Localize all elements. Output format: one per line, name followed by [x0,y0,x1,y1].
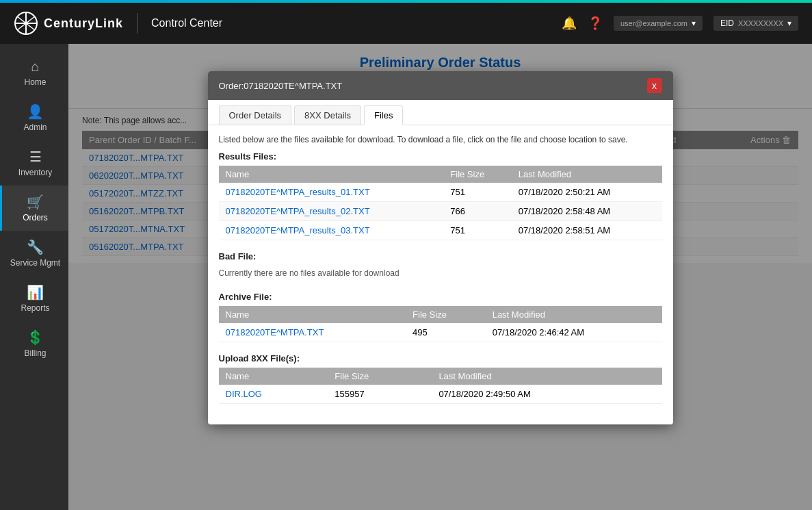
results-file-link-2[interactable]: 07182020TE^MTPA_results_02.TXT [226,206,370,216]
upload-col-name: Name [219,368,328,385]
upload-file-name: DIR.LOG [219,385,328,404]
results-files-table: Name File Size Last Modified 07182020TE^… [219,166,662,240]
tab-files[interactable]: Files [364,105,403,125]
results-file-size: 751 [443,183,511,202]
archive-file-size: 495 [406,323,486,342]
notifications-button[interactable]: 🔔 [562,16,577,31]
upload-col-modified: Last Modified [432,368,662,385]
results-file-name: 07182020TE^MTPA_results_01.TXT [219,183,444,202]
sidebar: ⌂ Home 👤 Admin ☰ Inventory 🛒 Orders 🔧 Se… [0,44,68,510]
billing-icon: 💲 [27,329,44,346]
results-file-link-1[interactable]: 07182020TE^MTPA_results_01.TXT [226,187,370,197]
top-nav: CenturyLink Control Center 🔔 ❓ user@exam… [0,3,812,44]
results-col-modified: Last Modified [512,166,662,183]
centurylink-logo-icon [14,11,38,36]
sidebar-item-reports[interactable]: 📊 Reports [0,276,68,321]
upload-file-title: Upload 8XX File(s): [219,353,662,364]
eid-dropdown[interactable]: EID XXXXXXXXX ▾ [713,16,798,31]
sidebar-item-billing[interactable]: 💲 Billing [0,321,68,366]
modal-dialog: Order:07182020TE^MTPA.TXT x Order Detail… [208,71,673,424]
sidebar-label-reports: Reports [21,303,49,313]
sidebar-item-admin[interactable]: 👤 Admin [0,95,68,140]
sidebar-label-home: Home [24,77,46,87]
modal-tabs: Order Details 8XX Details Files [208,100,673,125]
modal-title: Order:07182020TE^MTPA.TXT [219,81,343,91]
bad-file-text: Currently there are no files available f… [219,266,662,281]
results-files-title: Results Files: [219,151,662,162]
modal-close-button[interactable]: x [647,78,662,93]
bad-file-title: Bad File: [219,251,662,262]
upload-file-row: DIR.LOG 155957 07/18/2020 2:49:50 AM [219,385,662,404]
archive-file-row: 07182020TE^MTPA.TXT 495 07/18/2020 2:46:… [219,323,662,342]
modal-header: Order:07182020TE^MTPA.TXT x [208,71,673,100]
inventory-icon: ☰ [29,149,42,165]
user-dropdown[interactable]: user@example.com ▾ [614,16,703,31]
upload-files-table: Name File Size Last Modified DIR.LOG 155… [219,368,662,404]
results-col-size: File Size [443,166,511,183]
archive-col-modified: Last Modified [486,306,662,323]
app-title: Control Center [151,17,222,29]
sidebar-label-service-mgmt: Service Mgmt [10,258,60,268]
tab-8xx-details[interactable]: 8XX Details [294,105,361,125]
user-dropdown-arrow: ▾ [692,18,696,28]
brand-name: CenturyLink [44,16,123,31]
sidebar-label-admin: Admin [23,123,47,132]
sidebar-label-inventory: Inventory [18,168,52,177]
orders-icon: 🛒 [27,194,44,210]
modal-body: Listed below are the files available for… [208,125,673,424]
archive-file-title: Archive File: [219,292,662,302]
modal-files-note: Listed below are the files available for… [219,135,662,144]
results-file-size: 766 [443,202,511,221]
service-mgmt-icon: 🔧 [27,239,44,255]
sidebar-item-orders[interactable]: 🛒 Orders [0,186,68,231]
sidebar-item-inventory[interactable]: ☰ Inventory [0,140,68,186]
main-content: Preliminary Order Status Ordering Method… [68,44,812,510]
upload-file-modified: 07/18/2020 2:49:50 AM [432,385,662,404]
upload-file-link[interactable]: DIR.LOG [226,389,262,399]
top-nav-right: 🔔 ❓ user@example.com ▾ EID XXXXXXXXX ▾ [562,16,798,31]
home-icon: ⌂ [31,59,39,75]
results-file-row: 07182020TE^MTPA_results_02.TXT 766 07/18… [219,202,662,221]
archive-files-table: Name File Size Last Modified 07182020TE^… [219,306,662,342]
modal-overlay: Order:07182020TE^MTPA.TXT x Order Detail… [68,44,812,510]
results-file-modified: 07/18/2020 2:58:48 AM [512,202,662,221]
sidebar-label-billing: Billing [24,348,46,358]
sidebar-label-orders: Orders [23,213,48,222]
results-file-name: 07182020TE^MTPA_results_02.TXT [219,202,444,221]
reports-icon: 📊 [27,284,44,301]
eid-value: XXXXXXXXX [738,19,783,27]
nav-divider [137,13,137,34]
upload-file-size: 155957 [328,385,432,404]
eid-label: EID [720,18,734,28]
admin-icon: 👤 [27,103,44,120]
upload-col-size: File Size [328,368,432,385]
results-file-size: 751 [443,221,511,240]
archive-col-size: File Size [406,306,486,323]
user-name: user@example.com [620,19,687,27]
results-file-row: 07182020TE^MTPA_results_01.TXT 751 07/18… [219,183,662,202]
sidebar-item-home[interactable]: ⌂ Home [0,51,68,95]
archive-file-modified: 07/18/2020 2:46:42 AM [486,323,662,342]
eid-dropdown-arrow: ▾ [787,18,791,28]
brand-logo: CenturyLink [14,11,123,36]
results-file-link-3[interactable]: 07182020TE^MTPA_results_03.TXT [226,225,370,235]
sidebar-item-service-mgmt[interactable]: 🔧 Service Mgmt [0,231,68,276]
results-file-name: 07182020TE^MTPA_results_03.TXT [219,221,444,240]
archive-file-link[interactable]: 07182020TE^MTPA.TXT [226,327,324,337]
results-file-modified: 07/18/2020 2:58:51 AM [512,221,662,240]
help-button[interactable]: ❓ [588,16,603,31]
results-col-name: Name [219,166,444,183]
results-file-row: 07182020TE^MTPA_results_03.TXT 751 07/18… [219,221,662,240]
tab-order-details[interactable]: Order Details [219,105,292,125]
archive-col-name: Name [219,306,406,323]
archive-file-name: 07182020TE^MTPA.TXT [219,323,406,342]
results-file-modified: 07/18/2020 2:50:21 AM [512,183,662,202]
